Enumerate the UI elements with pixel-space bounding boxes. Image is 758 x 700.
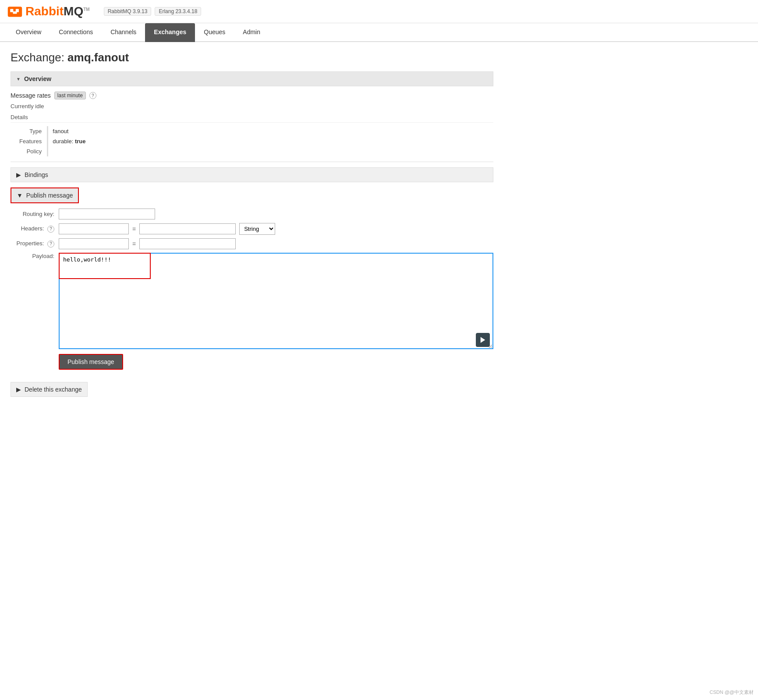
string-type-select[interactable]: String Number Boolean <box>239 223 275 235</box>
header: RabbitMQTM RabbitMQ 3.9.13 Erlang 23.3.4… <box>0 0 758 23</box>
payload-wrapper: hello,world!!! <box>59 253 493 350</box>
properties-row: Properties: ? = <box>11 238 493 249</box>
erlang-version-badge: Erlang 23.3.4.18 <box>155 7 201 16</box>
last-minute-badge: last minute <box>54 92 86 99</box>
publish-message-section: ▼ Publish message Routing key: Headers: … <box>11 187 493 375</box>
currently-idle-text: Currently idle <box>11 103 493 110</box>
delete-collapse-arrow: ▶ <box>16 386 21 393</box>
bindings-section: ▶ Bindings <box>11 167 493 182</box>
properties-value-input[interactable] <box>139 238 236 249</box>
details-label: Details <box>11 114 493 123</box>
details-table: Type fanout Features durable: true Polic… <box>19 126 85 156</box>
policy-value <box>47 146 85 156</box>
details-features-row: Features durable: true <box>19 136 85 146</box>
logo-text: RabbitMQTM <box>25 4 90 18</box>
nav-item-channels[interactable]: Channels <box>102 23 145 42</box>
overview-body: Message rates last minute ? Currently id… <box>11 86 493 162</box>
type-label: Type <box>19 126 47 136</box>
svg-rect-1 <box>10 9 13 12</box>
routing-key-input[interactable] <box>59 209 155 219</box>
details-policy-row: Policy <box>19 146 85 156</box>
nav-item-queues[interactable]: Queues <box>195 23 234 42</box>
properties-help-icon[interactable]: ? <box>47 240 54 247</box>
nav-item-exchanges[interactable]: Exchanges <box>145 23 195 42</box>
publish-body: Routing key: Headers: ? = String Number … <box>11 203 493 375</box>
rabbitmq-logo-icon <box>7 4 23 19</box>
delete-section-header[interactable]: ▶ Delete this exchange <box>11 382 88 397</box>
payload-send-icon <box>476 333 490 347</box>
routing-key-label: Routing key: <box>11 211 59 217</box>
nav-item-admin[interactable]: Admin <box>234 23 269 42</box>
properties-label: Properties: ? <box>11 240 59 247</box>
main-nav: Overview Connections Channels Exchanges … <box>0 23 758 42</box>
properties-key-input[interactable] <box>59 238 129 249</box>
publish-section-title: Publish message <box>26 192 73 199</box>
properties-equals: = <box>132 240 136 247</box>
delete-section-title: Delete this exchange <box>25 386 82 393</box>
bindings-section-title: Bindings <box>25 171 48 178</box>
logo-area: RabbitMQTM <box>7 4 90 19</box>
message-rates-label: Message rates <box>11 92 51 99</box>
overview-section: ▼ Overview Message rates last minute ? C… <box>11 71 493 162</box>
nav-item-connections[interactable]: Connections <box>50 23 102 42</box>
features-label: Features <box>19 136 47 146</box>
svg-marker-4 <box>481 337 485 343</box>
details-type-row: Type fanout <box>19 126 85 136</box>
bindings-collapse-arrow: ▶ <box>16 171 21 178</box>
overview-collapse-arrow: ▼ <box>16 77 21 81</box>
delete-section: ▶ Delete this exchange <box>11 382 493 397</box>
features-value: durable: true <box>47 136 85 146</box>
headers-equals: = <box>132 226 136 233</box>
rabbitmq-version-badge: RabbitMQ 3.9.13 <box>104 7 152 16</box>
bindings-section-header[interactable]: ▶ Bindings <box>11 167 493 182</box>
routing-key-row: Routing key: <box>11 209 493 219</box>
page-content: Exchange: amq.fanout ▼ Overview Message … <box>0 42 504 406</box>
publish-message-button[interactable]: Publish message <box>59 354 123 370</box>
payload-label: Payload: <box>11 253 59 259</box>
headers-label: Headers: ? <box>11 225 59 233</box>
publish-button-row: Publish message <box>11 354 493 370</box>
headers-value-input[interactable] <box>139 223 236 234</box>
payload-textarea[interactable]: hello,world!!! <box>59 253 493 349</box>
svg-rect-3 <box>13 11 17 14</box>
overview-section-header[interactable]: ▼ Overview <box>11 71 493 86</box>
policy-label: Policy <box>19 146 47 156</box>
page-title: Exchange: amq.fanout <box>11 51 493 64</box>
payload-row: Payload: hello,world!!! <box>11 253 493 350</box>
publish-collapse-arrow: ▼ <box>17 192 23 199</box>
message-rates-row: Message rates last minute ? <box>11 92 493 99</box>
type-value: fanout <box>47 126 85 136</box>
overview-section-title: Overview <box>24 75 51 82</box>
headers-row: Headers: ? = String Number Boolean <box>11 223 493 235</box>
logo-tm: TM <box>83 7 89 12</box>
nav-item-overview[interactable]: Overview <box>7 23 50 42</box>
message-rates-help-icon[interactable]: ? <box>89 92 96 99</box>
headers-key-input[interactable] <box>59 223 129 234</box>
headers-help-icon[interactable]: ? <box>47 226 54 233</box>
publish-message-section-header[interactable]: ▼ Publish message <box>11 187 79 203</box>
